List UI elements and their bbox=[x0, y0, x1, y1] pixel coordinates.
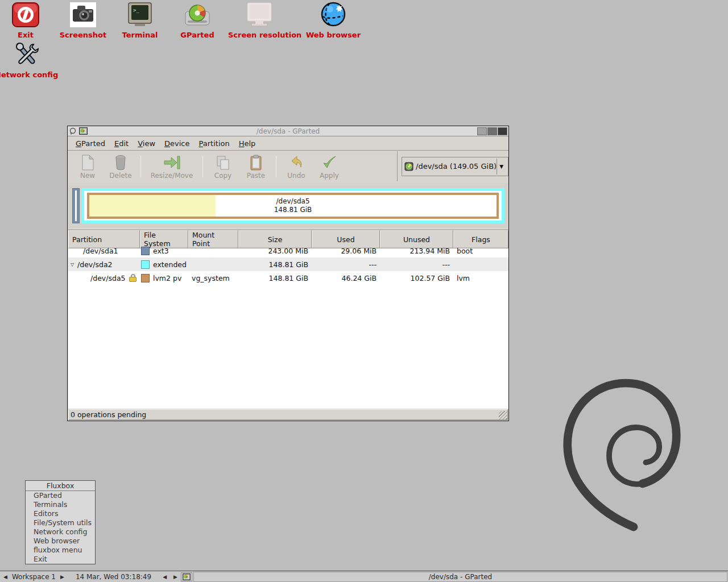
device-disk-icon bbox=[404, 162, 413, 171]
col-header-unused[interactable]: Unused bbox=[380, 230, 453, 248]
workspace-prev-arrow[interactable]: ◀ bbox=[0, 574, 11, 580]
col-header-mount[interactable]: Mount Point bbox=[188, 230, 238, 248]
taskbar: ◀ Workspace 1 ▶ 14 Mar, Wed 03:18:49 ◀ ▶… bbox=[0, 571, 728, 582]
desktop-icon-network-config[interactable]: Network config bbox=[0, 41, 57, 79]
partition-visual-panel: /dev/sda5 148.81 GiB bbox=[68, 183, 508, 228]
window-titlebar[interactable]: /dev/sda - GParted bbox=[68, 126, 508, 136]
filesystem-name: lvm2 pv bbox=[153, 274, 181, 282]
mount-point: vg_system bbox=[188, 274, 238, 282]
used-value: --- bbox=[312, 260, 380, 269]
col-header-used[interactable]: Used bbox=[312, 230, 380, 248]
delete-button[interactable]: Delete bbox=[104, 153, 137, 180]
visual-partition-name: /dev/sda5 bbox=[89, 197, 497, 206]
resize-grip[interactable] bbox=[499, 411, 507, 419]
tools-icon bbox=[0, 41, 57, 67]
table-row-sda2[interactable]: ▽ /dev/sda2 extended 148.81 GiB --- --- bbox=[68, 257, 508, 271]
desktop-icon-web-browser[interactable]: Web browser bbox=[302, 1, 365, 39]
window-title: /dev/sda - GParted bbox=[68, 127, 508, 135]
gparted-window: /dev/sda - GParted GParted Edit View Dev… bbox=[67, 126, 509, 421]
debian-logo bbox=[560, 378, 682, 535]
unused-value: --- bbox=[380, 260, 453, 269]
size-value: 148.81 GiB bbox=[238, 260, 312, 269]
maximize-button[interactable] bbox=[487, 127, 497, 135]
fluxbox-menu-item-network-config[interactable]: Network config bbox=[26, 527, 95, 537]
taskbar-gparted-icon-button[interactable] bbox=[181, 572, 192, 581]
exit-power-icon bbox=[0, 1, 57, 27]
flags-value: boot bbox=[453, 247, 508, 255]
paste-clipboard-icon bbox=[250, 155, 262, 171]
globe-icon bbox=[302, 1, 365, 27]
desktop-icon-gparted[interactable]: GParted bbox=[166, 1, 229, 39]
window-next-arrow[interactable]: ▶ bbox=[170, 574, 181, 580]
filesystem-color-swatch bbox=[141, 260, 150, 269]
menu-partition[interactable]: Partition bbox=[195, 138, 234, 149]
minimize-button[interactable] bbox=[477, 127, 487, 135]
toolbar-separator bbox=[276, 156, 276, 177]
visual-partition-sda1[interactable] bbox=[72, 188, 80, 223]
table-row-sda1[interactable]: /dev/sda1 ext3 243.00 MiB 29.06 MiB 213.… bbox=[68, 244, 508, 257]
expander-triangle-icon[interactable]: ▽ bbox=[71, 262, 77, 267]
menu-help[interactable]: Help bbox=[234, 138, 260, 149]
pending-operations-text: 0 operations pending bbox=[71, 410, 146, 419]
menubar: GParted Edit View Device Partition Help bbox=[68, 137, 508, 151]
menu-edit[interactable]: Edit bbox=[110, 138, 133, 149]
used-value: 29.06 MiB bbox=[312, 247, 380, 255]
col-header-size[interactable]: Size bbox=[238, 230, 312, 248]
col-header-flags[interactable]: Flags bbox=[453, 230, 508, 248]
workspace-name[interactable]: Workspace 1 bbox=[11, 573, 57, 581]
table-row-sda5[interactable]: /dev/sda5 lvm2 pv vg_system 148.81 GiB 4… bbox=[68, 271, 508, 285]
menu-view[interactable]: View bbox=[133, 138, 160, 149]
resize-move-icon bbox=[163, 155, 180, 171]
fluxbox-menu-item-file-system-utils[interactable]: File/System utils bbox=[26, 518, 95, 527]
menu-device[interactable]: Device bbox=[160, 138, 194, 149]
col-header-partition[interactable]: Partition bbox=[68, 230, 140, 248]
visual-partition-sda2-extended[interactable]: /dev/sda5 148.81 GiB bbox=[81, 188, 504, 223]
device-selector[interactable]: /dev/sda (149.05 GiB) ▼ bbox=[402, 157, 508, 176]
apply-check-icon bbox=[321, 155, 337, 171]
gparted-disk-icon bbox=[166, 1, 229, 27]
filesystem-name: ext3 bbox=[153, 247, 169, 255]
desktop-icon-label: Exit bbox=[0, 31, 57, 39]
camera-icon bbox=[52, 1, 114, 27]
fluxbox-menu-item-fluxbox-menu[interactable]: fluxbox menu bbox=[26, 546, 95, 555]
visual-partition-sda5[interactable]: /dev/sda5 148.81 GiB bbox=[87, 193, 499, 219]
fluxbox-menu-item-web-browser[interactable]: Web browser bbox=[26, 537, 95, 546]
copy-button[interactable]: Copy bbox=[206, 153, 239, 180]
undo-button[interactable]: Undo bbox=[280, 153, 313, 180]
paste-button[interactable]: Paste bbox=[239, 153, 272, 180]
desktop-icon-terminal[interactable]: >_ Terminal bbox=[109, 1, 171, 39]
window-prev-arrow[interactable]: ◀ bbox=[159, 574, 170, 580]
apply-button[interactable]: Apply bbox=[313, 153, 346, 180]
desktop-icon-label: Screenshot bbox=[52, 31, 114, 39]
partition-name: /dev/sda2 bbox=[77, 260, 113, 269]
taskbar-window-button[interactable]: /dev/sda - GParted bbox=[193, 572, 727, 582]
fluxbox-menu-item-terminals[interactable]: Terminals bbox=[26, 500, 95, 509]
menu-gparted[interactable]: GParted bbox=[71, 138, 110, 149]
fluxbox-menu-item-exit[interactable]: Exit bbox=[26, 555, 95, 564]
new-button[interactable]: New bbox=[71, 153, 104, 180]
flags-value: lvm bbox=[453, 274, 508, 282]
fluxbox-menu-item-editors[interactable]: Editors bbox=[26, 509, 95, 518]
col-header-filesystem[interactable]: File System bbox=[140, 230, 188, 248]
desktop-icon-screen-resolution[interactable]: Screen resolution bbox=[228, 1, 291, 39]
toolbar-separator bbox=[202, 156, 203, 177]
undo-arrow-icon bbox=[289, 155, 304, 171]
fluxbox-menu-title: Fluxbox bbox=[26, 481, 95, 491]
desktop-icon-label: Terminal bbox=[109, 31, 171, 39]
desktop-icon-exit[interactable]: Exit bbox=[0, 1, 57, 39]
size-value: 243.00 MiB bbox=[238, 247, 312, 255]
fluxbox-menu-item-gparted[interactable]: GParted bbox=[26, 491, 95, 500]
new-document-icon bbox=[80, 155, 95, 171]
desktop-icon-screenshot[interactable]: Screenshot bbox=[52, 1, 114, 39]
resize-move-button[interactable]: Resize/Move bbox=[144, 153, 199, 180]
statusbar: 0 operations pending bbox=[68, 409, 508, 420]
desktop-icon-label: Web browser bbox=[302, 31, 365, 39]
monitor-icon bbox=[228, 1, 291, 27]
fluxbox-menu: Fluxbox GParted Terminals Editors File/S… bbox=[25, 480, 96, 564]
partition-name: /dev/sda5 bbox=[90, 274, 126, 282]
close-button[interactable] bbox=[498, 127, 507, 135]
device-selector-value: /dev/sda (149.05 GiB) bbox=[416, 162, 497, 171]
desktop-icon-label: Screen resolution bbox=[228, 31, 291, 39]
filesystem-name: extended bbox=[153, 260, 187, 269]
workspace-next-arrow[interactable]: ▶ bbox=[57, 574, 68, 580]
